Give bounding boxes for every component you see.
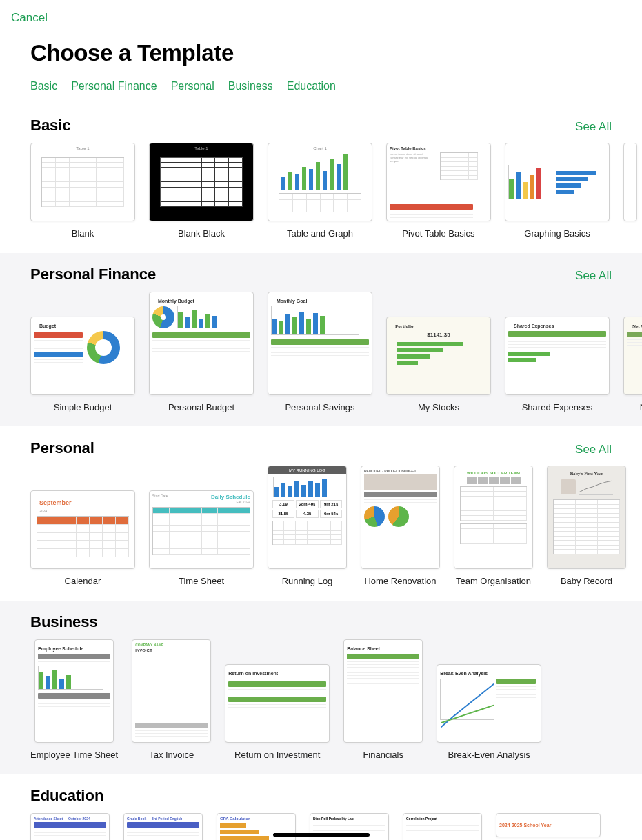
thumb-heading: Baby's First Year [570, 471, 603, 477]
see-all-finance[interactable]: See All [575, 269, 612, 283]
template-break-even[interactable]: Break-Even Analysis Break-Even Analysis [437, 664, 541, 760]
template-label: Table and Graph [287, 228, 353, 239]
stat-cell: 6m 54s [320, 510, 343, 518]
home-indicator [273, 833, 370, 837]
template-label: Break-Even Analysis [448, 750, 530, 760]
template-label: Home Renovation [364, 576, 436, 586]
template-label: Return on Investment [234, 750, 320, 760]
section-title-basic: Basic [30, 117, 71, 134]
template-label: Blank Black [178, 228, 225, 239]
stat-cell: 3.19 [272, 500, 295, 508]
stat-cell: 9m 21s [320, 500, 343, 508]
template-employee-time-sheet[interactable]: Employee Schedule Employee Time Sheet [30, 639, 118, 760]
thumb-heading: Employee Schedule [38, 646, 83, 651]
thumb-heading: Monthly Goal [277, 299, 307, 303]
template-overflow[interactable] [623, 143, 637, 239]
template-graphing-basics[interactable]: Graphing Basics [505, 143, 610, 239]
section-title-finance: Personal Finance [30, 266, 156, 283]
template-label: Time Sheet [179, 576, 224, 586]
nav-personal-finance[interactable]: Personal Finance [71, 80, 157, 92]
thumb-heading: 2024-2025 School Year [499, 823, 551, 828]
thumb-heading: Correlation Project [406, 817, 437, 821]
thumb-label: Table 1 [76, 146, 89, 150]
see-all-personal[interactable]: See All [575, 443, 612, 457]
thumb-heading: Break-Even Analysis [440, 671, 488, 676]
thumb-heading: Net Worth Overview [632, 323, 642, 329]
category-nav: Basic Personal Finance Personal Business… [0, 70, 642, 103]
thumb-label: Table 1 [194, 146, 208, 150]
template-calendar[interactable]: September 2024 Calendar [30, 490, 135, 586]
template-pivot-basics[interactable]: Pivot Table Basics Lorem ipsum dolor sit… [386, 143, 491, 239]
section-title-education: Education [30, 787, 103, 805]
template-team-organisation[interactable]: WILDCATS SOCCER TEAM Team Organisation [454, 466, 533, 586]
section-business: Business Employee Schedule Employee Time… [0, 600, 642, 774]
template-label: Calendar [65, 576, 101, 586]
nav-basic[interactable]: Basic [30, 80, 57, 92]
template-time-sheet[interactable]: Start Date Daily Schedule Fall 2024 Time… [149, 490, 254, 586]
thumb-heading: Grade Book — 3rd Period English [127, 817, 182, 821]
template-home-renovation[interactable]: REMODEL - PROJECT BUDGET Home Renovation [361, 466, 440, 586]
template-blank-black[interactable]: Table 1 Blank Black [149, 143, 254, 239]
stat-cell: 28m 40s [296, 500, 319, 508]
template-label: Graphing Basics [524, 228, 590, 239]
template-running-log[interactable]: MY RUNNING LOG 3.19 28m 40s 9m 21s 31.85… [268, 466, 347, 586]
stat-cell: 31.85 [272, 510, 295, 518]
section-title-business: Business [30, 613, 98, 631]
thumb-heading: Pivot Table Basics [390, 146, 426, 150]
thumb-heading: REMODEL - PROJECT BUDGET [364, 469, 416, 473]
cancel-button[interactable]: Cancel [11, 11, 48, 25]
thumb-heading: Portfolio [395, 323, 413, 329]
thumb-sub: Fall 2024 [236, 500, 250, 504]
nav-business[interactable]: Business [228, 80, 273, 92]
template-correlation[interactable]: Correlation Project [403, 813, 482, 840]
template-label: Pivot Table Basics [402, 228, 474, 239]
thumb-heading: Dice Roll Probability Lab [313, 817, 354, 821]
thumb-heading: Budget [39, 323, 56, 328]
template-personal-budget[interactable]: Monthly Budget Personal Budget [149, 292, 254, 412]
section-basic: Basic See All Table 1 Blank Table 1 Blan… [0, 103, 642, 252]
thumb-heading: Attendance Sheet — October 2024 [34, 817, 90, 821]
stat-cell: 4.35 [296, 510, 319, 518]
nav-education[interactable]: Education [287, 80, 336, 92]
page-title: Choose a Template [30, 40, 612, 66]
thumb-heading: Daily Schedule [211, 494, 250, 500]
thumb-heading: Monthly Budget [158, 299, 194, 303]
template-school-year[interactable]: 2024-2025 School Year [496, 813, 601, 837]
template-label: Team Organisation [456, 576, 531, 586]
template-my-stocks[interactable]: Portfolio $1141.35 My Stocks [386, 317, 491, 412]
template-label: Simple Budget [54, 402, 112, 412]
template-label: Financials [363, 750, 403, 760]
thumb-label: Chart 1 [313, 146, 327, 150]
thumb-heading: Balance Sheet [347, 646, 380, 651]
template-net-worth[interactable]: Net Worth Overview Net Wor [623, 317, 642, 412]
template-attendance[interactable]: Attendance Sheet — October 2024 [30, 813, 110, 840]
template-table-graph[interactable]: Chart 1 Table and Graph [268, 143, 372, 239]
template-blank[interactable]: Table 1 Blank [30, 143, 135, 239]
template-financials[interactable]: Balance Sheet Financials [343, 639, 423, 760]
template-return-on-investment[interactable]: Return on Investment Return on Investmen… [225, 664, 330, 760]
thumb-heading: Return on Investment [228, 671, 278, 676]
see-all-basic[interactable]: See All [575, 120, 612, 134]
thumb-year: 2024 [39, 509, 47, 513]
template-grade-book[interactable]: Grade Book — 3rd Period English [123, 813, 203, 840]
template-label: Tax Invoice [149, 750, 194, 760]
template-personal-savings[interactable]: Monthly Goal Personal Savings [268, 292, 372, 412]
template-label: Baby Record [561, 576, 612, 586]
section-personal: Personal See All September 2024 Calendar [0, 426, 642, 600]
template-label: Running Log [282, 576, 333, 586]
section-title-personal: Personal [30, 439, 94, 457]
template-shared-expenses[interactable]: Shared Expenses Shared Expenses [505, 317, 610, 412]
template-label: Blank [72, 228, 94, 239]
template-simple-budget[interactable]: Budget Simple Budget [30, 317, 135, 412]
template-label: My Stocks [418, 402, 459, 412]
thumb-heading: MY RUNNING LOG [268, 466, 346, 474]
template-tax-invoice[interactable]: COMPANY NAME INVOICE Tax Invoice [132, 639, 211, 760]
template-label: Shared Expenses [522, 402, 593, 412]
thumb-heading: Shared Expenses [514, 323, 554, 328]
section-education: Education Attendance Sheet — October 202… [0, 774, 642, 840]
nav-personal[interactable]: Personal [171, 80, 214, 92]
template-baby-record[interactable]: Baby's First Year Baby Record [547, 466, 626, 586]
thumb-heading: WILDCATS SOCCER TEAM [467, 471, 520, 475]
thumb-heading: September [39, 499, 72, 506]
thumb-heading: INVOICE [135, 648, 152, 652]
